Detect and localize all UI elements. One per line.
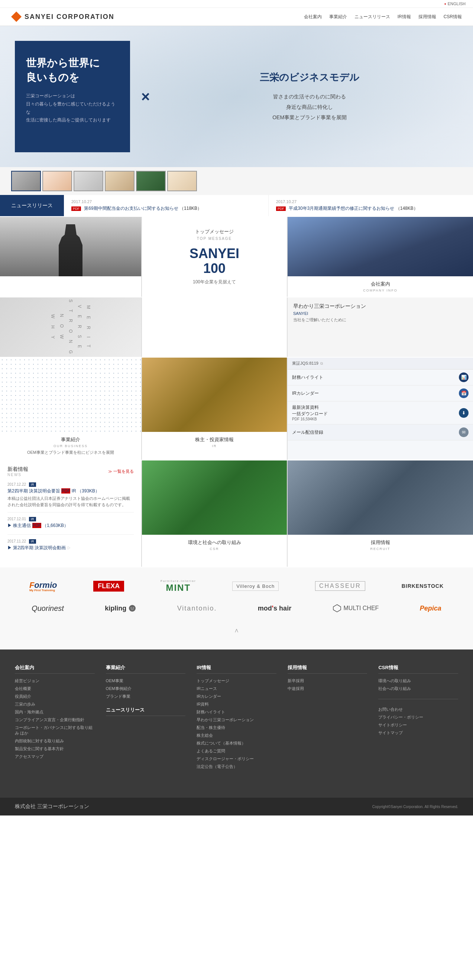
brand-vitantonio[interactable]: Vitantonio. — [177, 601, 217, 616]
nav-ir[interactable]: IR情報 — [398, 14, 411, 20]
nav-csr[interactable]: CSR情報 — [444, 14, 462, 20]
ir-item-download[interactable]: 最新決算資料 一括ダウンロード PDF 16,594KB ⬇ — [288, 401, 473, 425]
footer-link-ir-2[interactable]: IRカレンダー — [197, 694, 221, 698]
top-msg-sub: 100年企業を見据えて — [193, 279, 236, 285]
nav-news[interactable]: ニュースリリース — [355, 14, 390, 20]
newspaper-photo — [142, 358, 287, 432]
nav-recruit[interactable]: 採用情報 — [418, 14, 436, 20]
sanyei-about-cell[interactable]: 早わかり三栄コーポレーション SANYEI 当社をご理解いただくために — [288, 298, 473, 357]
ir-item-mail[interactable]: メール配信登録 ✉ — [288, 425, 473, 441]
footer-link-oem[interactable]: OEM事業 — [106, 678, 123, 683]
footer-link-midcareer[interactable]: 中途採用 — [288, 686, 304, 691]
footer-link-ir-5[interactable]: 早わかり三栄コーポレーション — [197, 718, 254, 722]
footer-col-news-title: ニュースリリース — [106, 707, 186, 716]
brand-multichef[interactable]: MULTI CHEF — [333, 601, 379, 616]
thumb-4[interactable] — [105, 171, 134, 191]
footer-link-governance[interactable]: コーポレート・ガバナンスに対する取り組み ほか — [15, 725, 92, 735]
news-col-header: 新着情報 NEWS ≫ 一覧を見る — [8, 466, 134, 477]
news-link-1[interactable]: PDF 第69期中間配当金のお支払いに関するお知らせ （118KB） — [71, 205, 261, 212]
brand-chasseur[interactable]: CHASSEUR — [315, 579, 365, 593]
footer-link-ir-9[interactable]: よくあるご質問 — [197, 749, 225, 753]
footer-link-safety[interactable]: 製品安全に関する基本方針 — [15, 746, 64, 751]
business-cell[interactable]: 事業紹介 OUR BUSINESS OEM事業とブランド事業を柱にビジネスを展開 — [0, 358, 141, 460]
footer-link-access[interactable]: アクセスマップ — [15, 754, 43, 759]
brand-flexa[interactable]: FLEXA — [93, 579, 124, 593]
news-item-2: 2017.10.27 PDF 平成30年3月期通期業績予想の修正に関するお知らせ… — [269, 195, 473, 216]
footer-link-ir-1[interactable]: IRニュース — [197, 686, 217, 691]
footer-link-history[interactable]: 三栄の歩み — [15, 702, 35, 706]
footer-link-contact[interactable]: お問い合わせ — [378, 707, 403, 711]
merit-r3: R — [86, 326, 91, 331]
footer-link-ir-4[interactable]: 財務ハイライト — [197, 710, 225, 714]
csr-cell[interactable]: 環境と社会への取り組み CSR — [142, 460, 287, 567]
brand-formio[interactable]: FormioMy First Trainning — [29, 579, 57, 593]
news-col-title-ja: 新着情報 — [8, 466, 28, 473]
hero-right-heading: 三栄のビジネスモデル — [168, 71, 451, 84]
company-info-caption: 会社案内 COMPANY INFO — [288, 276, 473, 297]
news-link-2[interactable]: PDF 平成30年3月期通期業績予想の修正に関するお知らせ （148KB） — [276, 205, 465, 212]
footer-link-ir-3[interactable]: IR資料 — [197, 702, 209, 706]
news-entry-3-link[interactable]: ▶ 第2四半期 決算説明会動画 ▷ — [8, 545, 134, 551]
ir-cell[interactable]: 株主・投資家情報 IR — [142, 358, 287, 460]
merit-r: R — [68, 319, 73, 324]
footer-link-control[interactable]: 内部統制に対する取り組み — [15, 739, 64, 743]
nav-business[interactable]: 事業紹介 — [329, 14, 347, 20]
brand-mint[interactable]: Furniture-Interior MINT — [161, 579, 196, 593]
footer-link-ir-7[interactable]: 株主総会 — [197, 733, 213, 738]
news-size-1: （118KB） — [180, 206, 202, 211]
footer-link-sitepolicy[interactable]: サイトポリシー — [378, 723, 407, 727]
brands-scroll-up[interactable]: ∧ — [15, 623, 458, 638]
footer-link-ir-10[interactable]: ディスクロージャー・ポリシー — [197, 756, 254, 761]
footer-link-offices[interactable]: 国内・海外拠点 — [15, 710, 43, 714]
brand-modshair-text: mod's hair — [258, 605, 291, 612]
top-message-cell[interactable]: トップメッセージ TOP MESSAGE SANYEI 100 100年企業を見… — [142, 217, 287, 297]
footer-link-ir-6[interactable]: 配当・株主優待 — [197, 725, 225, 730]
footer-link-oem-examples[interactable]: OEM事例紹介 — [106, 686, 132, 691]
ir-item-calendar[interactable]: IRカレンダー 📅 — [288, 385, 473, 401]
news-entry-2-link[interactable]: ▶ 株主通信 PDF （1,663KB） — [8, 522, 134, 529]
brand-mint-main: MINT — [166, 583, 191, 593]
footer-link-social[interactable]: 社会への取り組み — [378, 686, 411, 691]
thumb-2[interactable] — [42, 171, 72, 191]
brand-kipling[interactable]: kipling — [105, 601, 136, 616]
footer-link-newgrad[interactable]: 新卒採用 — [288, 678, 304, 683]
brand-modshair[interactable]: mod's hair — [258, 601, 291, 616]
nav-company[interactable]: 会社案内 — [304, 14, 322, 20]
brand-quorinest[interactable]: Quorinest — [32, 601, 64, 616]
news-anchor-1[interactable]: 第69期中間配当金のお支払いに関するお知らせ — [84, 206, 178, 211]
sanyei-about-title: 早わかり三栄コーポレーション — [293, 303, 467, 310]
merit-photo: W H Y N O W S T R O N G V E R S — [0, 298, 141, 357]
recruit-cell[interactable]: 採用情報 RECRUIT — [288, 460, 473, 567]
footer-link-ir-0[interactable]: トップメッセージ — [197, 678, 229, 683]
merit-v: V — [77, 305, 82, 309]
hero-right-body: 皆さまの生活そのものに関わる 身近な商品に特化し OEM事業とブランド事業を展開 — [168, 91, 451, 123]
thumb-1[interactable] — [11, 171, 41, 191]
logo-text[interactable]: SANYEI CORPORATION — [24, 13, 115, 21]
footer-link-ir-8[interactable]: 株式について（基本情報） — [197, 741, 245, 745]
footer-link-sitemap[interactable]: サイトマップ — [378, 730, 403, 735]
thumb-5[interactable] — [136, 171, 166, 191]
footer-link-env[interactable]: 環境への取り組み — [378, 678, 411, 683]
footer-link-officers[interactable]: 役員紹介 — [15, 694, 31, 698]
footer-link-vision[interactable]: 経営ビジョン — [15, 678, 40, 683]
news-anchor-2[interactable]: 平成30年3月期通期業績予想の修正に関するお知らせ — [289, 206, 394, 211]
footer-link-brand[interactable]: ブランド事業 — [106, 694, 131, 698]
merit-g: G — [68, 350, 73, 355]
footer-link-compliance[interactable]: コンプライアンス宣言・企業行動指針 — [15, 718, 84, 722]
top-msg-label-en: TOP MESSAGE — [197, 237, 232, 241]
english-link[interactable]: ENGLISH — [444, 2, 465, 6]
news-bar: ニュースリリース 2017.10.27 PDF 第69期中間配当金のお支払いに関… — [0, 195, 473, 216]
company-info-cell[interactable]: 会社案内 COMPANY INFO — [288, 217, 473, 297]
footer-link-privacy[interactable]: プライバシー・ポリシー — [378, 715, 423, 719]
thumb-6[interactable] — [167, 171, 197, 191]
footer-link-overview[interactable]: 会社概要 — [15, 686, 31, 691]
news-more-link[interactable]: ≫ 一覧を見る — [108, 469, 134, 474]
brand-birkenstock[interactable]: BIRKENSTOCK — [402, 579, 444, 593]
brand-vitantonio-text: Vitantonio. — [177, 605, 217, 612]
thumb-3[interactable] — [73, 171, 103, 191]
news-entry-1-link[interactable]: 第2四半期 決算説明会要旨 PDF IR （393KB） — [8, 488, 134, 494]
ir-item-finance[interactable]: 財務ハイライト 📊 — [288, 369, 473, 385]
footer-link-ir-11[interactable]: 法定公告（電子公告） — [197, 764, 237, 769]
brand-vb[interactable]: Villeroy & Boch — [232, 579, 279, 593]
brand-pepica[interactable]: Pepica — [420, 601, 441, 616]
